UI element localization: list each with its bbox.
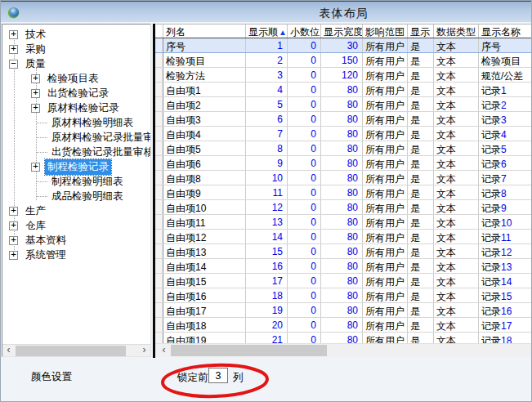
table-row[interactable]: 自由项25080所有用户是文本记录2 bbox=[155, 97, 532, 112]
grid-cell[interactable]: 所有用户 bbox=[363, 244, 408, 258]
tree-item-label[interactable]: 检验项目表 bbox=[45, 71, 101, 87]
table-row[interactable]: 自由项810080所有用户是文本记录7 bbox=[155, 171, 532, 185]
grid-cell[interactable]: 0 bbox=[288, 112, 321, 126]
expand-icon[interactable]: + bbox=[9, 45, 18, 54]
column-header[interactable]: 数据类型 bbox=[434, 25, 479, 38]
grid-cell[interactable]: 记录10 bbox=[479, 215, 532, 229]
grid-cell[interactable]: 0 bbox=[288, 244, 321, 258]
grid-cell[interactable]: 记录18 bbox=[479, 333, 532, 343]
grid-cell[interactable]: 是 bbox=[408, 215, 434, 229]
tree-item-label[interactable]: 制程检验明细表 bbox=[49, 174, 126, 190]
tree-item-label[interactable]: 出货检验记录 bbox=[45, 86, 111, 101]
scroll-left-arrow-icon[interactable]: ‹ bbox=[2, 345, 15, 357]
column-header[interactable]: 显示 bbox=[408, 25, 434, 38]
expand-icon[interactable]: + bbox=[31, 89, 40, 98]
grid-cell[interactable]: 所有用户 bbox=[363, 83, 408, 96]
row-selector-cell[interactable] bbox=[155, 215, 163, 229]
grid-cell[interactable]: 17 bbox=[246, 274, 288, 288]
expand-icon[interactable]: + bbox=[9, 251, 18, 260]
grid-cell[interactable]: 80 bbox=[321, 156, 363, 170]
grid-cell[interactable]: 文本 bbox=[434, 156, 479, 170]
grid-cell[interactable]: 0 bbox=[288, 97, 321, 111]
grid-cell[interactable]: 自由项4 bbox=[163, 127, 246, 141]
grid-cell[interactable]: 文本 bbox=[434, 53, 479, 67]
grid-cell[interactable]: 所有用户 bbox=[363, 141, 408, 155]
row-selector-cell[interactable] bbox=[155, 83, 163, 96]
row-selector-cell[interactable] bbox=[155, 127, 163, 141]
tree-item[interactable]: +原材料检验记录 bbox=[2, 100, 150, 115]
table-row[interactable]: 自由项14080所有用户是文本记录1 bbox=[155, 83, 532, 97]
grid-cell[interactable]: 记录9 bbox=[479, 200, 532, 214]
tree-item-label[interactable]: 系统管理 bbox=[23, 248, 69, 263]
grid-cell[interactable]: 2 bbox=[246, 53, 288, 67]
grid-cell[interactable]: 自由项9 bbox=[163, 185, 246, 199]
column-header[interactable]: 显示顺▲ bbox=[246, 25, 288, 38]
grid-cell[interactable]: 记录13 bbox=[479, 259, 532, 273]
row-selector-cell[interactable] bbox=[155, 244, 163, 258]
tree-item-label[interactable]: 质量 bbox=[23, 56, 48, 72]
grid-cell[interactable]: 0 bbox=[288, 38, 321, 52]
grid-cell[interactable]: 0 bbox=[288, 185, 321, 199]
grid-cell[interactable]: 0 bbox=[288, 318, 321, 332]
tree-item[interactable]: 成品检验明细表 bbox=[2, 189, 150, 203]
grid-cell[interactable]: 0 bbox=[288, 171, 321, 185]
tree-item-label[interactable]: 仓库 bbox=[23, 218, 48, 234]
grid-cell[interactable]: 是 bbox=[408, 171, 434, 185]
tree-item[interactable]: 原材料检验记录批量审核 bbox=[2, 130, 150, 145]
grid-cell[interactable]: 规范/公差 bbox=[479, 68, 532, 82]
table-row[interactable]: 自由项911080所有用户是文本记录8 bbox=[155, 185, 532, 200]
tree-item-label[interactable]: 原材料检验记录 bbox=[45, 100, 122, 116]
table-row[interactable]: 序号1030所有用户是文本序号 bbox=[155, 38, 532, 53]
table-row[interactable]: 自由项1618080所有用户是文本记录15 bbox=[155, 288, 532, 303]
column-header[interactable]: 小数位 bbox=[288, 25, 321, 38]
grid-cell[interactable]: 150 bbox=[321, 53, 363, 67]
expand-icon[interactable]: + bbox=[31, 104, 40, 113]
grid-cell[interactable]: 记录1 bbox=[479, 83, 532, 96]
grid-cell[interactable]: 自由项2 bbox=[163, 97, 246, 111]
grid-cell[interactable]: 自由项17 bbox=[163, 303, 246, 317]
grid-cell[interactable]: 0 bbox=[288, 303, 321, 317]
grid-cell[interactable]: 是 bbox=[408, 274, 434, 288]
grid-cell[interactable]: 是 bbox=[408, 259, 434, 273]
grid-cell[interactable]: 文本 bbox=[434, 185, 479, 199]
grid-cell[interactable]: 记录3 bbox=[479, 112, 532, 126]
tree-item[interactable]: −质量 bbox=[2, 56, 150, 71]
grid-cell[interactable]: 记录5 bbox=[479, 141, 532, 155]
grid-cell[interactable]: 记录6 bbox=[479, 156, 532, 170]
row-selector-cell[interactable] bbox=[155, 141, 163, 155]
row-selector-cell[interactable] bbox=[155, 185, 163, 199]
grid-cell[interactable]: 所有用户 bbox=[363, 274, 408, 288]
tree-item-label[interactable]: 成品检验明细表 bbox=[49, 189, 126, 204]
grid-cell[interactable]: 记录8 bbox=[479, 185, 532, 199]
grid-cell[interactable]: 所有用户 bbox=[363, 156, 408, 170]
row-selector-cell[interactable] bbox=[155, 318, 163, 332]
row-selector-cell[interactable] bbox=[155, 38, 163, 52]
grid-cell[interactable]: 80 bbox=[321, 112, 363, 126]
grid-cell[interactable]: 文本 bbox=[434, 303, 479, 317]
grid-cell[interactable]: 检验项目 bbox=[479, 53, 532, 67]
grid-cell[interactable]: 自由项19 bbox=[163, 333, 246, 343]
grid-cell[interactable]: 80 bbox=[321, 141, 363, 155]
expand-icon[interactable]: + bbox=[9, 30, 18, 39]
grid-cell[interactable]: 80 bbox=[321, 200, 363, 214]
grid-cell[interactable]: 0 bbox=[288, 83, 321, 96]
grid-cell[interactable]: 0 bbox=[288, 141, 321, 155]
table-row[interactable]: 自由项47080所有用户是文本记录4 bbox=[155, 127, 532, 141]
grid-cell[interactable]: 文本 bbox=[434, 333, 479, 343]
table-row[interactable]: 检验方法30120所有用户是文本规范/公差 bbox=[155, 68, 532, 83]
grid-cell[interactable]: 80 bbox=[321, 318, 363, 332]
grid-cell[interactable]: 自由项5 bbox=[163, 141, 246, 155]
grid-cell[interactable]: 自由项12 bbox=[163, 230, 246, 243]
tree-item-label[interactable]: 原材料检验记录批量审核 bbox=[49, 130, 150, 145]
grid-cell[interactable]: 所有用户 bbox=[363, 112, 408, 126]
grid-cell[interactable]: 文本 bbox=[434, 38, 479, 52]
tree-item[interactable]: 出货检验记录批量审核 bbox=[2, 145, 150, 159]
grid-cell[interactable]: 0 bbox=[288, 259, 321, 273]
grid-cell[interactable]: 记录16 bbox=[479, 303, 532, 317]
grid-cell[interactable]: 记录15 bbox=[479, 288, 532, 302]
grid-cell[interactable]: 自由项10 bbox=[163, 200, 246, 214]
grid-cell[interactable]: 所有用户 bbox=[363, 259, 408, 273]
row-selector-cell[interactable] bbox=[155, 156, 163, 170]
table-row[interactable]: 自由项1113080所有用户是文本记录10 bbox=[155, 215, 532, 230]
grid-cell[interactable]: 记录7 bbox=[479, 171, 532, 185]
